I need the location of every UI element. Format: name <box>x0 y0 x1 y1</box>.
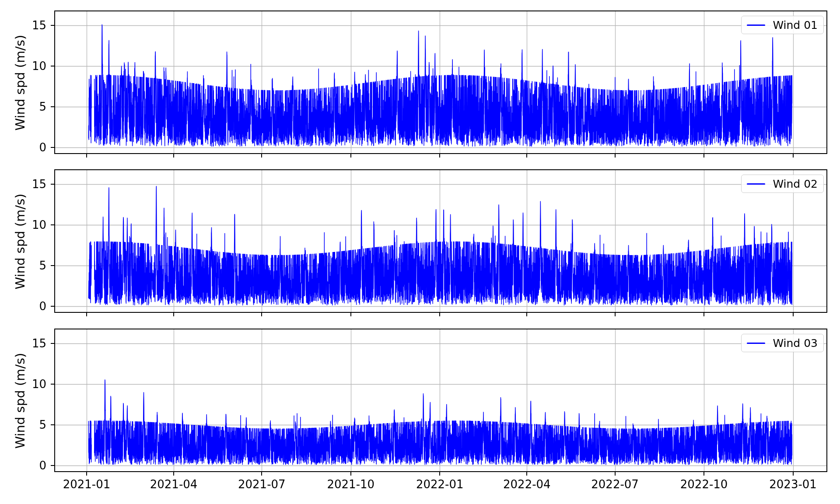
plot-canvas <box>0 0 840 504</box>
legend-line-sample <box>747 24 765 26</box>
x-tick-label: 2021-10 <box>316 477 386 492</box>
legend-wind-03: Wind 03 <box>741 334 824 352</box>
y-tick-label: 10 <box>12 217 46 232</box>
y-tick-label: 0 <box>12 299 46 314</box>
legend-wind-01: Wind 01 <box>741 16 824 34</box>
y-tick-label: 10 <box>12 59 46 74</box>
x-tick-label: 2021-07 <box>227 477 297 492</box>
y-tick-label: 0 <box>12 140 46 155</box>
x-tick-label: 2022-04 <box>492 477 562 492</box>
legend-wind-02: Wind 02 <box>741 175 824 193</box>
legend-label: Wind 03 <box>773 337 818 350</box>
legend-line-sample <box>747 343 765 344</box>
y-tick-label: 0 <box>12 458 46 473</box>
y-tick-label: 10 <box>12 377 46 392</box>
wind-speed-figure: Wind spd (m/s) Wind spd (m/s) Wind spd (… <box>0 0 840 504</box>
x-tick-label: 2021-04 <box>139 477 209 492</box>
y-tick-label: 5 <box>12 99 46 114</box>
legend-line-sample <box>747 183 765 185</box>
y-tick-label: 5 <box>12 258 46 273</box>
x-tick-label: 2021-01 <box>52 477 122 492</box>
x-tick-label: 2023-01 <box>758 477 828 492</box>
y-tick-label: 5 <box>12 417 46 432</box>
x-tick-label: 2022-10 <box>669 477 739 492</box>
y-tick-label: 15 <box>12 177 46 192</box>
x-tick-label: 2022-01 <box>405 477 475 492</box>
legend-label: Wind 02 <box>773 178 818 190</box>
y-tick-label: 15 <box>12 18 46 33</box>
legend-label: Wind 01 <box>773 19 818 32</box>
y-tick-label: 15 <box>12 336 46 351</box>
x-tick-label: 2022-07 <box>580 477 650 492</box>
